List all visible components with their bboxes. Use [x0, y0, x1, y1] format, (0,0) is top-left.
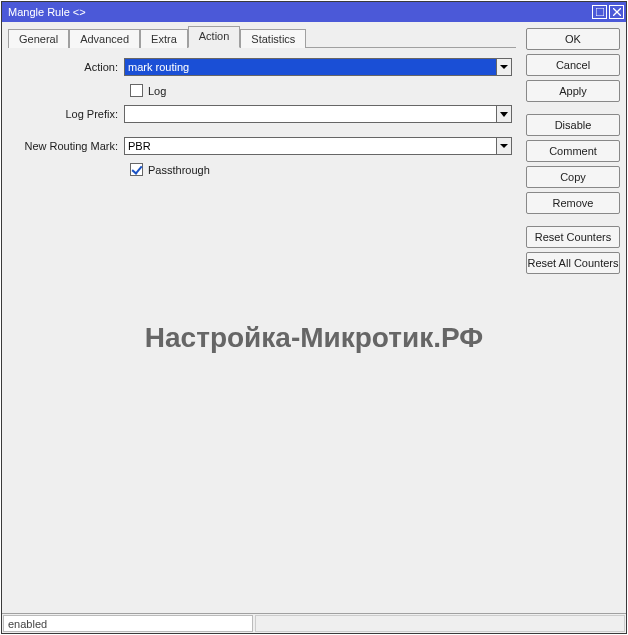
chevron-down-icon — [500, 112, 508, 117]
window-title: Mangle Rule <> — [8, 6, 590, 18]
passthrough-checkbox-label[interactable]: Passthrough — [148, 164, 210, 176]
tab-action[interactable]: Action — [188, 26, 241, 48]
titlebar: Mangle Rule <> — [2, 2, 626, 22]
tab-statistics[interactable]: Statistics — [240, 29, 306, 48]
reset-all-counters-button[interactable]: Reset All Counters — [526, 252, 620, 274]
action-combo-button[interactable] — [496, 59, 511, 75]
log-checkbox[interactable] — [130, 84, 143, 97]
comment-button[interactable]: Comment — [526, 140, 620, 162]
row-action: Action: mark routing — [12, 58, 512, 76]
log-prefix-expand-button[interactable] — [497, 105, 512, 123]
close-button[interactable] — [609, 5, 624, 19]
new-routing-mark-combo-button[interactable] — [496, 138, 511, 154]
remove-button[interactable]: Remove — [526, 192, 620, 214]
tab-general[interactable]: General — [8, 29, 69, 48]
action-form: Action: mark routing Log Log Prefix: — [8, 48, 516, 188]
passthrough-checkbox[interactable] — [130, 163, 143, 176]
reset-counters-button[interactable]: Reset Counters — [526, 226, 620, 248]
tab-strip: General Advanced Extra Action Statistics — [8, 26, 516, 48]
log-prefix-input[interactable] — [124, 105, 497, 123]
minimize-button[interactable] — [592, 5, 607, 19]
chevron-down-icon — [500, 144, 508, 148]
action-label: Action: — [12, 61, 124, 73]
new-routing-mark-combo[interactable]: PBR — [124, 137, 512, 155]
row-log: Log — [12, 84, 512, 97]
action-combo[interactable]: mark routing — [124, 58, 512, 76]
left-panel: General Advanced Extra Action Statistics… — [2, 22, 522, 613]
cancel-button[interactable]: Cancel — [526, 54, 620, 76]
disable-button[interactable]: Disable — [526, 114, 620, 136]
mangle-rule-window: Mangle Rule <> General Advanced Extra Ac… — [1, 1, 627, 634]
log-prefix-label: Log Prefix: — [12, 108, 124, 120]
new-routing-mark-value: PBR — [125, 138, 496, 154]
apply-button[interactable]: Apply — [526, 80, 620, 102]
tab-advanced[interactable]: Advanced — [69, 29, 140, 48]
statusbar: enabled — [2, 613, 626, 633]
row-passthrough: Passthrough — [12, 163, 512, 176]
log-checkbox-label[interactable]: Log — [148, 85, 166, 97]
copy-button[interactable]: Copy — [526, 166, 620, 188]
new-routing-mark-label: New Routing Mark: — [12, 140, 124, 152]
dialog-body: General Advanced Extra Action Statistics… — [2, 22, 626, 613]
status-spacer — [255, 615, 625, 632]
action-combo-value: mark routing — [125, 59, 496, 75]
tab-extra[interactable]: Extra — [140, 29, 188, 48]
svg-rect-0 — [596, 8, 604, 16]
button-panel: OK Cancel Apply Disable Comment Copy Rem… — [522, 22, 626, 613]
chevron-down-icon — [500, 65, 508, 69]
row-log-prefix: Log Prefix: — [12, 105, 512, 123]
status-text: enabled — [3, 615, 253, 632]
row-new-routing-mark: New Routing Mark: PBR — [12, 137, 512, 155]
ok-button[interactable]: OK — [526, 28, 620, 50]
